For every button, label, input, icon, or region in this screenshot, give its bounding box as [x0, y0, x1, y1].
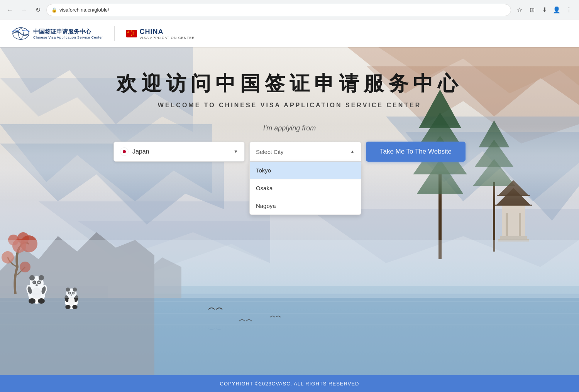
copyright-text: COPYRIGHT ©2023CVASC. ALL RIGHTS RESERVE… — [220, 381, 359, 387]
back-button[interactable]: ← — [5, 5, 15, 15]
city-option-nagoya[interactable]: Nagoya — [250, 197, 361, 215]
main-center-content: 欢迎访问中国签证申请服务中心 WELCOME TO CHINESE VISA A… — [0, 47, 579, 162]
browser-chrome: ← → ↻ 🔒 visaforchina.cn/globle/ ☆ ⊞ ⬇ 👤 … — [0, 0, 579, 20]
china-vac-text-block: CHINA VISA APPLICATION CENTER — [139, 28, 195, 40]
page-content: 中国签证申请服务中心 Chinese Visa Application Serv… — [0, 20, 579, 392]
menu-button[interactable]: ⋮ — [564, 5, 574, 15]
extensions-button[interactable]: ⊞ — [527, 5, 537, 15]
japan-flag-dot — [123, 150, 126, 153]
logo-right: CHINA VISA APPLICATION CENTER — [126, 28, 195, 40]
bookmark-button[interactable]: ☆ — [514, 5, 525, 15]
country-select[interactable]: Japan ▼ — [113, 142, 245, 162]
city-select-wrapper: Select City ▲ Tokyo Osaka Nagoya — [249, 142, 361, 162]
city-placeholder: Select City — [256, 149, 284, 155]
site-footer: COPYRIGHT ©2023CVASC. ALL RIGHTS RESERVE… — [0, 375, 579, 392]
logo-left: 中国签证申请服务中心 Chinese Visa Application Serv… — [12, 26, 103, 41]
logo-cn-text: 中国签证申请服务中心 — [33, 28, 103, 35]
site-header: 中国签证申请服务中心 Chinese Visa Application Serv… — [0, 20, 579, 47]
china-flag-icon — [126, 30, 137, 37]
logo-divider — [114, 26, 115, 41]
main-background: 欢迎访问中国签证申请服务中心 WELCOME TO CHINESE VISA A… — [0, 47, 579, 375]
url-text: visaforchina.cn/globle/ — [59, 7, 109, 13]
page-title-en: WELCOME TO CHINESE VISA APPLICATION SERV… — [158, 102, 421, 109]
download-button[interactable]: ⬇ — [539, 5, 550, 15]
logo-emblem-icon — [12, 26, 30, 41]
browser-actions: ☆ ⊞ ⬇ 👤 ⋮ — [514, 5, 574, 15]
profile-button[interactable]: 👤 — [551, 5, 562, 15]
country-dropdown-arrow-icon: ▼ — [234, 149, 238, 154]
city-dropdown-arrow-icon: ▲ — [350, 149, 355, 154]
logo-en-text: Chinese Visa Application Service Center — [33, 35, 103, 39]
selected-country: Japan — [132, 148, 230, 155]
city-select[interactable]: Select City ▲ — [249, 142, 361, 162]
take-me-button[interactable]: Take Me To The Website — [366, 142, 466, 162]
japan-flag-icon — [120, 147, 129, 156]
selection-form: Japan ▼ Select City ▲ Tokyo Osaka Nagoya — [113, 142, 466, 162]
city-option-tokyo[interactable]: Tokyo — [250, 162, 361, 179]
city-option-osaka[interactable]: Osaka — [250, 179, 361, 197]
logo-text-block: 中国签证申请服务中心 Chinese Visa Application Serv… — [33, 28, 103, 39]
refresh-button[interactable]: ↻ — [32, 5, 43, 15]
page-title-cn: 欢迎访问中国签证申请服务中心 — [117, 70, 462, 97]
forward-button[interactable]: → — [19, 5, 29, 15]
china-vac-name: CHINA — [139, 28, 195, 36]
china-vac-logo: CHINA VISA APPLICATION CENTER — [126, 28, 195, 40]
address-bar[interactable]: 🔒 visaforchina.cn/globle/ — [46, 4, 511, 16]
china-vac-sub: VISA APPLICATION CENTER — [139, 36, 195, 40]
city-dropdown: Tokyo Osaka Nagoya — [249, 162, 361, 215]
applying-from-label: I'm applying from — [263, 124, 316, 132]
lock-icon: 🔒 — [51, 7, 57, 13]
